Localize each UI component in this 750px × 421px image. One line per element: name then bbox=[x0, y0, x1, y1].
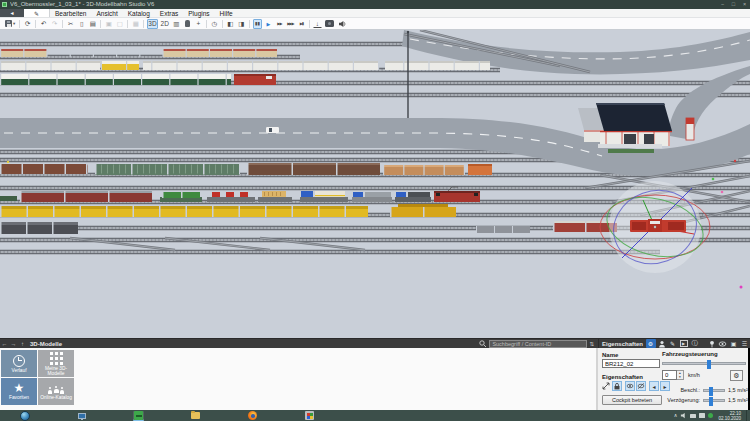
prev-button[interactable]: ◂ bbox=[649, 381, 659, 391]
start-button[interactable] bbox=[20, 411, 30, 421]
refresh-button[interactable]: ⟳ bbox=[23, 19, 32, 29]
pin-icon[interactable] bbox=[707, 339, 717, 348]
group-button[interactable]: ▣ bbox=[104, 19, 113, 29]
camera-button[interactable] bbox=[324, 19, 335, 29]
eigenschaften-section-label: Eigenschaften bbox=[602, 374, 643, 380]
pause-button[interactable]: ▮▮ bbox=[253, 19, 262, 29]
show-desktop-button[interactable] bbox=[746, 410, 748, 421]
train-white-passenger[interactable] bbox=[0, 61, 490, 70]
speed-spinner[interactable]: ▴ ▾ bbox=[677, 370, 684, 380]
undo-button[interactable]: ↶ bbox=[39, 19, 48, 29]
white-car[interactable] bbox=[266, 127, 279, 133]
panel-menu-icon[interactable]: ☰ bbox=[740, 339, 750, 348]
play-button[interactable]: ▶ bbox=[264, 19, 273, 29]
signal-button[interactable] bbox=[183, 19, 192, 29]
person-tab-icon[interactable] bbox=[657, 339, 667, 348]
edit-mode-button[interactable]: ✎ bbox=[24, 9, 50, 17]
eye-icon[interactable] bbox=[718, 339, 728, 348]
info-tab-icon[interactable]: ⓘ bbox=[690, 339, 700, 348]
gear-tab-icon[interactable]: ⚙ bbox=[646, 339, 656, 348]
nav-back-icon[interactable]: ← bbox=[0, 341, 9, 347]
popout-icon[interactable]: ▣ bbox=[729, 339, 739, 348]
search-input[interactable] bbox=[489, 340, 587, 348]
minimize-button[interactable]: − bbox=[717, 0, 728, 9]
name-input[interactable] bbox=[602, 359, 660, 368]
menu-extras[interactable]: Extras bbox=[155, 9, 183, 17]
visible-button[interactable] bbox=[625, 381, 635, 391]
taskbar-pc-icon[interactable] bbox=[76, 411, 87, 421]
decel-slider[interactable] bbox=[703, 399, 725, 402]
animation-tab-icon[interactable]: ▶ bbox=[679, 339, 689, 348]
fast-forward-button[interactable]: ▶▶ bbox=[275, 19, 284, 29]
download-button[interactable]: ↓ bbox=[313, 20, 322, 28]
faster-forward-button[interactable]: ▶▶▶ bbox=[286, 19, 295, 29]
to-end-button[interactable]: ▶▮ bbox=[297, 19, 306, 29]
timer-button[interactable]: ◷ bbox=[210, 19, 219, 29]
speed-input[interactable] bbox=[662, 370, 677, 380]
add-button[interactable]: + bbox=[194, 19, 203, 29]
menu-katalog[interactable]: Katalog bbox=[123, 9, 155, 17]
vehicle-settings-button[interactable]: ⚙ bbox=[730, 370, 743, 381]
menu-bearbeiten[interactable]: Bearbeiten bbox=[50, 9, 91, 17]
nav-up-icon[interactable]: ↑ bbox=[18, 341, 27, 347]
accel-slider-handle[interactable] bbox=[709, 387, 713, 396]
grid-icon bbox=[50, 352, 63, 365]
speed-slider-handle[interactable] bbox=[707, 360, 711, 369]
models-panel-title: 3D-Modelle bbox=[30, 341, 62, 347]
redo-button[interactable]: ↷ bbox=[50, 19, 59, 29]
hidden-button[interactable] bbox=[636, 381, 646, 391]
taskbar-media-icon[interactable] bbox=[304, 411, 315, 421]
taskbar-explorer-icon[interactable] bbox=[190, 411, 201, 421]
view-3d-button[interactable]: 3D bbox=[147, 19, 157, 29]
sound-button[interactable] bbox=[337, 19, 347, 29]
lock-button[interactable] bbox=[612, 381, 622, 391]
tray-clock[interactable]: 22:10 02.10.2020 bbox=[718, 411, 741, 421]
cockpit-betreten-button[interactable]: Cockpit betreten bbox=[602, 395, 662, 405]
separator bbox=[127, 20, 128, 28]
nav-forward-icon[interactable]: → bbox=[9, 341, 18, 347]
viewport-canvas[interactable] bbox=[0, 30, 750, 338]
close-button[interactable]: × bbox=[739, 0, 750, 9]
tray-expand-icon[interactable]: ∧ bbox=[674, 410, 678, 421]
app-window: V6_Obermossler_1_03_1* - 3D-Modellbahn S… bbox=[0, 0, 750, 421]
sort-icon[interactable]: ⇅ bbox=[589, 341, 594, 347]
spin-down-icon[interactable]: ▾ bbox=[677, 375, 683, 379]
save-button[interactable]: ▾ bbox=[4, 19, 16, 29]
menu-hilfe[interactable]: Hilfe bbox=[215, 9, 238, 17]
accel-slider[interactable] bbox=[703, 389, 725, 392]
panel-right-button[interactable]: ◨ bbox=[237, 19, 246, 29]
tray-keyboard-icon[interactable] bbox=[690, 414, 696, 418]
paste-button[interactable]: ▤ bbox=[88, 19, 97, 29]
tile-online-katalog[interactable]: Online-Katalog bbox=[38, 378, 74, 405]
selected-locomotive-br212[interactable] bbox=[630, 219, 686, 232]
speed-slider[interactable] bbox=[662, 362, 746, 365]
decel-slider-handle[interactable] bbox=[709, 397, 713, 406]
tile-meine-3d-modelle[interactable]: Meine 3D-Modelle bbox=[38, 350, 74, 377]
maximize-button[interactable]: □ bbox=[728, 0, 739, 9]
taskbar-studio-icon[interactable] bbox=[133, 411, 144, 421]
train-dark-hoppers[interactable] bbox=[0, 222, 78, 234]
selection-gizmo[interactable] bbox=[600, 179, 710, 275]
menu-plugins[interactable]: Plugins bbox=[183, 9, 214, 17]
taskbar-firefox-icon[interactable] bbox=[247, 411, 258, 421]
view-2d-button[interactable]: 2D bbox=[160, 19, 170, 29]
cut-button[interactable]: ✂ bbox=[66, 19, 75, 29]
tile-verlauf[interactable]: Verlauf bbox=[1, 350, 37, 377]
train-green-passenger[interactable] bbox=[0, 74, 276, 85]
tray-speaker-icon[interactable] bbox=[680, 412, 687, 419]
train-gray-cars[interactable] bbox=[476, 226, 530, 233]
tile-favoriten[interactable]: ★ Favoriten bbox=[1, 378, 37, 405]
back-button[interactable]: ◄ bbox=[0, 9, 24, 17]
panel-left-button[interactable]: ◧ bbox=[226, 19, 235, 29]
ungroup-button[interactable]: ▢ bbox=[115, 19, 124, 29]
menu-ansicht[interactable]: Ansicht bbox=[91, 9, 122, 17]
move-tool-button[interactable] bbox=[601, 381, 611, 391]
brush-tab-icon[interactable]: ✎ bbox=[668, 339, 678, 348]
columns-button[interactable]: ▥ bbox=[172, 19, 181, 29]
tray-display-icon[interactable] bbox=[699, 413, 705, 418]
new-button[interactable]: ▯ bbox=[77, 19, 86, 29]
tray-app-icon[interactable] bbox=[708, 413, 713, 418]
save-caret-icon[interactable]: ▾ bbox=[13, 21, 15, 26]
fuel-station-sign[interactable] bbox=[686, 118, 694, 140]
list-button[interactable]: ▦ bbox=[131, 19, 140, 29]
